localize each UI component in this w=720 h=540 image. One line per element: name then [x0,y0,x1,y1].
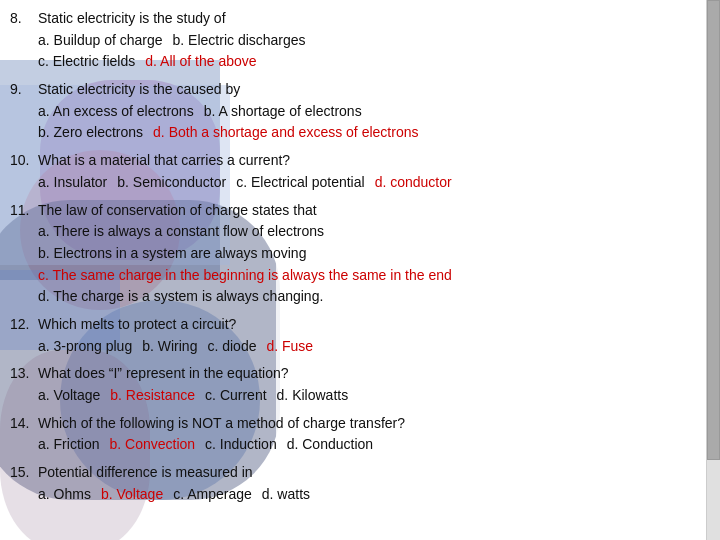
question-text-13: What does “I” represent in the equation? [38,363,289,385]
question-text-10: What is a material that carries a curren… [38,150,290,172]
answers-13: a. Voltageb. Resistancec. Currentd. Kilo… [38,385,706,407]
answer-row-9-0: a. An excess of electronsb. A shortage o… [38,101,706,123]
answers-9: a. An excess of electronsb. A shortage o… [38,101,706,144]
answer-item-12-0-2: c. diode [207,336,256,358]
question-num-14: 14. [10,413,38,435]
question-num-12: 12. [10,314,38,336]
answers-10: a. Insulatorb. Semiconductorc. Electrica… [38,172,706,194]
answers-14: a. Frictionb. Convectionc. Inductiond. C… [38,434,706,456]
question-num-10: 10. [10,150,38,172]
answer-item-8-0-1: b. Electric discharges [173,30,306,52]
answer-row-11-0: a. There is always a constant flow of el… [38,221,706,243]
answer-item-14-0-0: a. Friction [38,434,99,456]
question-num-13: 13. [10,363,38,385]
answer-item-12-0-3: d. Fuse [266,336,313,358]
quiz-content: 8.Static electricity is the study ofa. B… [0,0,720,519]
answer-item-10-0-0: a. Insulator [38,172,107,194]
question-13: 13.What does “I” represent in the equati… [10,363,706,406]
answer-item-13-0-2: c. Current [205,385,266,407]
question-text-15: Potential difference is measured in [38,462,253,484]
question-num-9: 9. [10,79,38,101]
answer-row-15-0: a. Ohmsb. Voltagec. Amperaged. watts [38,484,706,506]
scrollbar-thumb[interactable] [707,0,720,460]
answer-item-11-3-0: d. The charge is a system is always chan… [38,286,323,308]
question-num-11: 11. [10,200,38,222]
question-11: 11.The law of conservation of charge sta… [10,200,706,308]
question-14: 14.Which of the following is NOT a metho… [10,413,706,456]
question-text-14: Which of the following is NOT a method o… [38,413,405,435]
answer-item-13-0-1: b. Resistance [110,385,195,407]
answer-item-11-2-0: c. The same charge in the beginning is a… [38,265,452,287]
answer-item-14-0-2: c. Induction [205,434,277,456]
answer-item-10-0-2: c. Electrical potential [236,172,364,194]
question-num-8: 8. [10,8,38,30]
answers-12: a. 3-prong plugb. Wiringc. dioded. Fuse [38,336,706,358]
answers-15: a. Ohmsb. Voltagec. Amperaged. watts [38,484,706,506]
answer-row-12-0: a. 3-prong plugb. Wiringc. dioded. Fuse [38,336,706,358]
scrollbar[interactable] [706,0,720,540]
answer-item-10-0-3: d. conductor [375,172,452,194]
answer-row-8-1: c. Electric fieldsd. All of the above [38,51,706,73]
answer-item-15-0-3: d. watts [262,484,310,506]
question-15: 15.Potential difference is measured ina.… [10,462,706,505]
answer-item-8-1-1: d. All of the above [145,51,256,73]
answer-item-9-0-1: b. A shortage of electrons [204,101,362,123]
answer-item-9-1-0: b. Zero electrons [38,122,143,144]
answer-item-9-1-1: d. Both a shortage and excess of electro… [153,122,418,144]
answer-item-15-0-1: b. Voltage [101,484,163,506]
answer-item-14-0-1: b. Convection [109,434,195,456]
question-text-8: Static electricity is the study of [38,8,226,30]
question-text-9: Static electricity is the caused by [38,79,240,101]
answer-item-13-0-3: d. Kilowatts [277,385,349,407]
question-10: 10.What is a material that carries a cur… [10,150,706,193]
question-text-11: The law of conservation of charge states… [38,200,317,222]
answer-row-11-2: c. The same charge in the beginning is a… [38,265,706,287]
answer-row-9-1: b. Zero electronsd. Both a shortage and … [38,122,706,144]
answer-item-8-0-0: a. Buildup of charge [38,30,163,52]
answer-item-10-0-1: b. Semiconductor [117,172,226,194]
answer-row-11-3: d. The charge is a system is always chan… [38,286,706,308]
question-num-15: 15. [10,462,38,484]
answer-row-11-1: b. Electrons in a system are always movi… [38,243,706,265]
answer-item-14-0-3: d. Conduction [287,434,373,456]
answer-row-14-0: a. Frictionb. Convectionc. Inductiond. C… [38,434,706,456]
answer-item-12-0-0: a. 3-prong plug [38,336,132,358]
answer-item-11-1-0: b. Electrons in a system are always movi… [38,243,306,265]
answer-row-13-0: a. Voltageb. Resistancec. Currentd. Kilo… [38,385,706,407]
answer-item-12-0-1: b. Wiring [142,336,197,358]
answer-item-8-1-0: c. Electric fields [38,51,135,73]
question-text-12: Which melts to protect a circuit? [38,314,236,336]
answer-row-10-0: a. Insulatorb. Semiconductorc. Electrica… [38,172,706,194]
question-8: 8.Static electricity is the study ofa. B… [10,8,706,73]
answers-8: a. Buildup of chargeb. Electric discharg… [38,30,706,73]
question-12: 12.Which melts to protect a circuit?a. 3… [10,314,706,357]
question-9: 9.Static electricity is the caused bya. … [10,79,706,144]
answer-item-9-0-0: a. An excess of electrons [38,101,194,123]
answer-item-13-0-0: a. Voltage [38,385,100,407]
answer-item-15-0-2: c. Amperage [173,484,252,506]
answer-item-11-0-0: a. There is always a constant flow of el… [38,221,324,243]
answer-item-15-0-0: a. Ohms [38,484,91,506]
answers-11: a. There is always a constant flow of el… [38,221,706,308]
answer-row-8-0: a. Buildup of chargeb. Electric discharg… [38,30,706,52]
